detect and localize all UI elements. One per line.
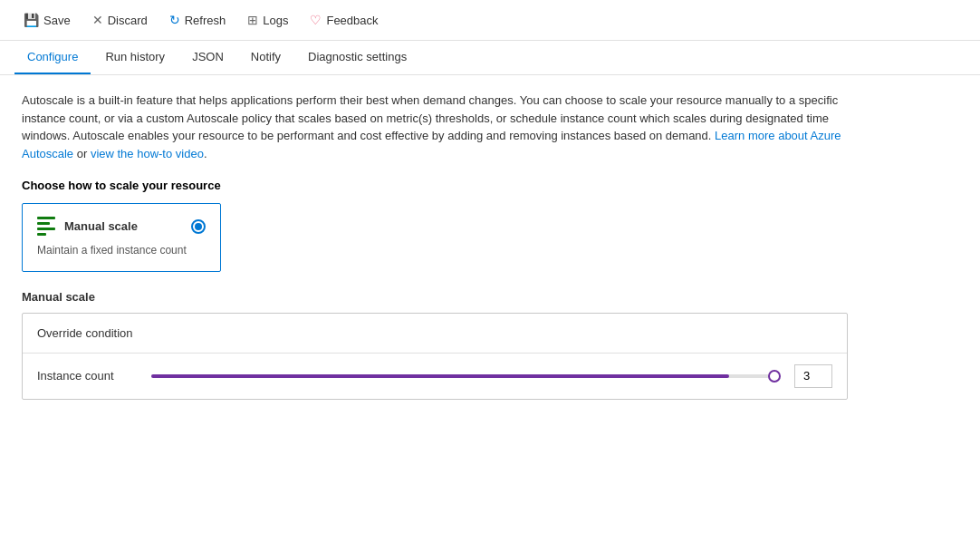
scale-options: Manual scale Maintain a fixed instance c…: [22, 203, 848, 272]
manual-scale-radio[interactable]: [191, 219, 206, 234]
section-title: Choose how to scale your resource: [22, 179, 848, 192]
autoscale-description: Autoscale is a built-in feature that hel…: [22, 92, 848, 162]
logs-icon: ⊞: [247, 13, 258, 27]
manual-scale-card-title: Manual scale: [64, 219, 138, 233]
scale-config-box: Override condition Instance count: [22, 313, 848, 400]
tab-notify[interactable]: Notify: [238, 41, 293, 74]
scale-card-header: Manual scale: [37, 217, 206, 236]
discard-icon: ✕: [92, 13, 103, 27]
slider-track[interactable]: [151, 374, 780, 378]
tab-run-history[interactable]: Run history: [92, 41, 178, 74]
slider-container: [151, 374, 780, 378]
save-button[interactable]: 💾 Save: [14, 7, 80, 33]
override-condition-row: Override condition: [23, 314, 847, 354]
logs-button[interactable]: ⊞ Logs: [238, 7, 297, 33]
refresh-icon: ↻: [169, 13, 180, 27]
tab-diagnostic-settings[interactable]: Diagnostic settings: [295, 41, 419, 74]
slider-fill: [151, 374, 729, 378]
tabs-nav: Configure Run history JSON Notify Diagno…: [0, 41, 980, 75]
slider-thumb[interactable]: [768, 370, 781, 383]
main-content: Autoscale is a built-in feature that hel…: [0, 75, 870, 416]
manual-scale-icon: [37, 217, 55, 236]
instance-count-label: Instance count: [37, 369, 137, 383]
radio-inner: [195, 223, 202, 230]
refresh-button[interactable]: ↻ Refresh: [160, 7, 235, 33]
feedback-button[interactable]: ♡ Feedback: [301, 7, 387, 33]
manual-scale-card-desc: Maintain a fixed instance count: [37, 243, 206, 258]
how-to-video-link[interactable]: view the how-to video: [91, 147, 204, 160]
feedback-icon: ♡: [310, 13, 322, 27]
manual-scale-card[interactable]: Manual scale Maintain a fixed instance c…: [22, 203, 221, 272]
manual-scale-label: Manual scale: [22, 290, 848, 304]
tab-configure[interactable]: Configure: [14, 41, 91, 74]
save-icon: 💾: [24, 13, 39, 27]
toolbar: 💾 Save ✕ Discard ↻ Refresh ⊞ Logs ♡ Feed…: [0, 0, 980, 41]
tab-json[interactable]: JSON: [179, 41, 236, 74]
instance-count-row: Instance count: [23, 354, 847, 399]
instance-count-input[interactable]: [794, 364, 832, 388]
scale-card-title-row: Manual scale: [37, 217, 138, 236]
discard-button[interactable]: ✕ Discard: [83, 7, 157, 33]
